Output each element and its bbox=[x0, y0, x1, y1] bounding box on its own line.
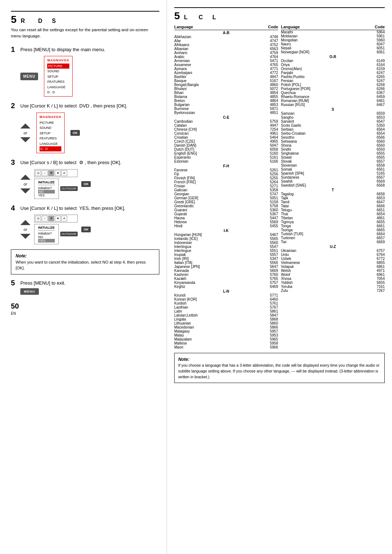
lang-code: 5051 bbox=[252, 196, 278, 200]
lang-row: Bislama4855 bbox=[174, 95, 278, 99]
page-number-area: 50 EN bbox=[11, 302, 159, 316]
lang-code: 5264 bbox=[252, 180, 278, 184]
lang-name: English [ENG] bbox=[174, 151, 252, 155]
lang-name: Hindi bbox=[174, 224, 252, 228]
right-section-title: L C L bbox=[182, 14, 217, 21]
lang-row: Basque5167 bbox=[174, 79, 278, 83]
lang-name-r: Setswana bbox=[281, 139, 359, 143]
lang-code: 5367 bbox=[252, 212, 278, 216]
lang-row: Malay5953 bbox=[174, 333, 278, 337]
lang-code-r: 6266 bbox=[359, 87, 385, 91]
lang-row-r: Persian5247 bbox=[281, 79, 385, 83]
step-5-text: Press [MENU] to exit. bbox=[20, 279, 159, 286]
lang-code-r: 6557 bbox=[359, 159, 385, 163]
lang-name: Kazakh bbox=[174, 277, 252, 281]
lang-row-r: Somali6561 bbox=[281, 167, 385, 171]
lang-row: Breton4864 bbox=[174, 99, 278, 103]
lang-name: Interlingue bbox=[174, 249, 252, 253]
lang-name-r: Quechua bbox=[281, 91, 359, 95]
icon-area-3: ◎ ♪ ⚙ ★ A INITIALIZE Initialize? NO YES bbox=[34, 169, 78, 199]
left-section-heading: 5 R D S bbox=[11, 14, 159, 25]
lang-name: Japanese [JPN] bbox=[174, 265, 252, 269]
lang-row-r: Tonga6661 bbox=[281, 224, 385, 228]
lang-code-r: 6550 bbox=[359, 147, 385, 151]
right-column: 5 L C L Language Code A-BAbkhazian4748Af bbox=[167, 0, 392, 554]
lang-row-r: Vietnamese6855 bbox=[281, 261, 385, 265]
lang-code: 5271 bbox=[252, 184, 278, 188]
lang-row-r: Setswana6560 bbox=[281, 139, 385, 143]
step-3-init-area: or ◎ ♪ ⚙ ★ A I bbox=[20, 169, 159, 199]
lang-row: Hausa5447 bbox=[174, 216, 278, 220]
lang-row: Japanese [JPN]5647 bbox=[174, 265, 278, 269]
menu-item-picture: PICTURE bbox=[47, 64, 69, 69]
lang-row: Lithuanian5860 bbox=[174, 321, 278, 325]
lang-code-r: 6664 bbox=[359, 232, 385, 236]
menu-item-picture-2: PICTURE bbox=[40, 120, 61, 125]
lang-code-r: 6547 bbox=[359, 119, 385, 123]
lang-code: 4747 bbox=[252, 39, 278, 43]
lang-code: 5358 bbox=[252, 188, 278, 192]
lang-code: 5866 bbox=[252, 325, 278, 329]
step-3: 3 Use [Cursor s / B] to select ⚙ , then … bbox=[11, 158, 159, 199]
lang-row-r: Norwegian [NOR]6061 bbox=[281, 50, 385, 54]
section-label: L-N bbox=[174, 289, 278, 293]
lang-code-r: 6764 bbox=[359, 253, 385, 257]
init-yes-3: YES bbox=[38, 194, 55, 197]
step-4-num: 4 bbox=[11, 204, 18, 212]
lang-code: 5261 bbox=[252, 168, 278, 172]
lang-name-r: Zulu bbox=[281, 289, 359, 293]
lang-name: Inupiak bbox=[174, 253, 252, 257]
lang-row-r: Swedish [SWE]6568 bbox=[281, 183, 385, 187]
lang-row-r: Occitan6149 bbox=[281, 59, 385, 63]
lang-row-r: Moldavian5961 bbox=[281, 34, 385, 38]
lang-name: Azerbaijani bbox=[174, 71, 252, 75]
lang-name-r: Urdu bbox=[281, 253, 359, 257]
lang-name: Kashmiri bbox=[174, 273, 252, 277]
lang-row: French [FRE]5264 bbox=[174, 180, 278, 184]
ok-button-2: OK bbox=[70, 130, 80, 136]
lang-name-r: Russian [RUS] bbox=[281, 103, 359, 107]
icon-lang: A bbox=[61, 170, 67, 176]
lang-row: Inupiak5557 bbox=[174, 253, 278, 257]
lang-name: Chinese [CHI] bbox=[174, 127, 252, 131]
lang-name: French [FRE] bbox=[174, 180, 252, 184]
lang-row-r: Welsh4971 bbox=[281, 269, 385, 273]
lang-row: Georgian5747 bbox=[174, 192, 278, 196]
lang-row: Faroese5261 bbox=[174, 168, 278, 172]
lang-code-r: 6047 bbox=[359, 42, 385, 46]
lang-row: Kurdish5761 bbox=[174, 301, 278, 305]
lang-name: Faroese bbox=[174, 168, 252, 172]
lang-row: English [ENG]5160 bbox=[174, 151, 278, 155]
lang-code-r: 6566 bbox=[359, 135, 385, 139]
lang-name: Lingala bbox=[174, 317, 252, 321]
lang-code-r: 5961 bbox=[359, 34, 385, 38]
step-5-content: Press [MENU] to exit. MENU bbox=[20, 279, 159, 295]
lang-name-r: Nepali bbox=[281, 46, 359, 50]
lang-row: Guarani5360 bbox=[174, 208, 278, 212]
lang-code: 5861 bbox=[252, 309, 278, 313]
lang-row-r: Oriya6164 bbox=[281, 63, 385, 67]
lang-code: 5160 bbox=[252, 151, 278, 155]
lang-name-r: Slovak bbox=[281, 159, 359, 163]
lang-name-r: Romanian [RUM] bbox=[281, 99, 359, 103]
lang-row: Kirghiz6469 bbox=[174, 285, 278, 289]
lang-row-r: Portuguese [POR]6266 bbox=[281, 87, 385, 91]
lang-row-r: Sesotho6566 bbox=[281, 135, 385, 139]
lang-name-r: Ukrainian bbox=[281, 249, 359, 253]
lang-name: Kinyarwanda bbox=[174, 281, 252, 285]
lang-name: Assamese bbox=[174, 63, 252, 67]
lang-code: 4853 bbox=[252, 103, 278, 107]
lang-name: Kannada bbox=[174, 269, 252, 273]
lang-name-r: Wolof bbox=[281, 273, 359, 277]
lang-row: Kannada5669 bbox=[174, 269, 278, 273]
lang-name-r: Tamil bbox=[281, 200, 359, 204]
icon-disc-4: ◎ bbox=[35, 216, 41, 221]
lang-code: 4748 bbox=[252, 35, 278, 39]
lang-name: Czech [CZE] bbox=[174, 139, 252, 143]
lang-name: Basque bbox=[174, 79, 252, 83]
lang-name: Latvian;Lettish bbox=[174, 313, 252, 317]
lang-code: 5966 bbox=[252, 345, 278, 349]
lang-code-r: 6669 bbox=[359, 240, 385, 244]
lang-row: Amharic4759 bbox=[174, 51, 278, 55]
lang-name-r: Yiddish bbox=[281, 281, 359, 285]
